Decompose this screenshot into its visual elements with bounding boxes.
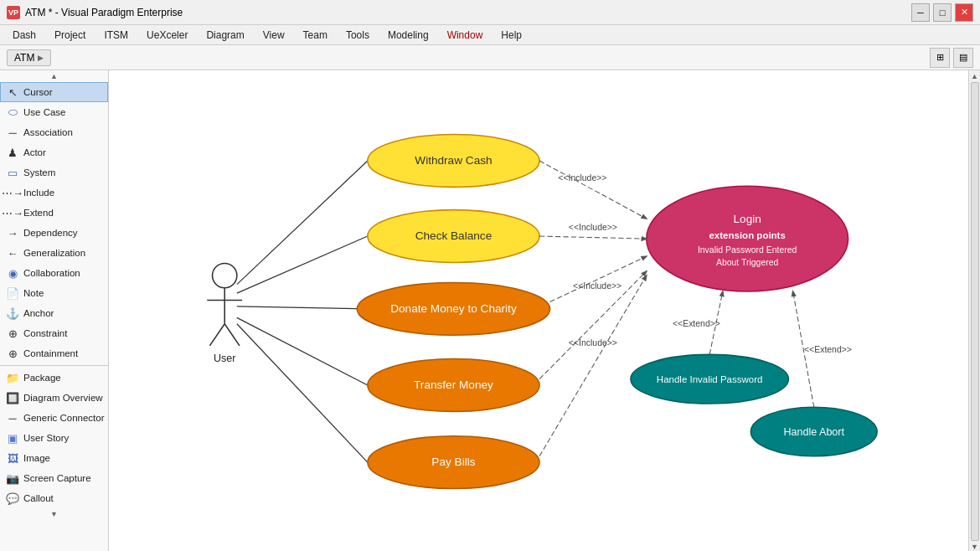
maximize-button[interactable]: □ [933, 3, 952, 22]
check-balance-label: Check Balance [415, 229, 493, 242]
sidebar-item-label-collaboration: Collaboration [23, 268, 80, 278]
svg-line-3 [209, 324, 224, 346]
login-label: Login [734, 213, 761, 225]
svg-line-19 [539, 236, 647, 239]
screen-capture-icon: 📷 [6, 471, 19, 485]
menu-item-window[interactable]: Window [438, 27, 493, 44]
sidebar-item-package[interactable]: 📁Package [0, 368, 108, 388]
sidebar-item-label-diagram-overview: Diagram Overview [23, 393, 103, 403]
menu-item-modeling[interactable]: Modeling [379, 27, 438, 44]
sidebar-item-association[interactable]: ─Association [0, 122, 108, 142]
user-story-icon: ▣ [6, 431, 19, 445]
title-area: VP ATM * - Visual Paradigm Enterprise [7, 6, 183, 19]
sidebar-item-screen-capture[interactable]: 📷Screen Capture [0, 468, 108, 488]
svg-line-20 [550, 256, 647, 301]
sidebar-item-actor[interactable]: ♟Actor [0, 142, 108, 162]
sidebar-item-generalization[interactable]: ←Generalization [0, 243, 108, 263]
toolbar-right: ⊞ ▤ [930, 48, 973, 68]
association-icon: ─ [6, 126, 19, 139]
sidebar-item-diagram-overview[interactable]: 🔲Diagram Overview [0, 388, 108, 408]
sidebar-item-image[interactable]: 🖼Image [0, 448, 108, 468]
donate-money-label: Donate Money to Charity [390, 302, 517, 315]
transfer-money-label: Transfer Money [414, 378, 493, 391]
sidebar-item-label-generalization: Generalization [23, 248, 85, 258]
sidebar-scroll-down[interactable]: ▼ [0, 508, 108, 520]
include-icon: ⋯→ [6, 186, 19, 199]
sidebar: ▲ ↖Cursor⬭Use Case─Association♟Actor▭Sys… [0, 70, 109, 551]
sidebar-item-constraint[interactable]: ⊕Constraint [0, 323, 108, 343]
svg-line-22 [539, 276, 647, 456]
sidebar-item-label-note: Note [23, 288, 44, 298]
sidebar-item-extend[interactable]: ⋯→Extend [0, 203, 108, 223]
sidebar-item-label-image: Image [23, 453, 50, 463]
sidebar-item-label-system: System [23, 167, 55, 178]
pay-bills-label: Pay Bills [431, 456, 475, 468]
menu-item-uexceler[interactable]: UeXceler [137, 27, 197, 44]
svg-line-18 [539, 161, 647, 219]
svg-line-4 [224, 324, 240, 346]
extend2-label: <<Extend>> [804, 345, 852, 354]
handle-abort-label: Handle Abort [783, 426, 844, 438]
sidebar-item-generic-connector[interactable]: ─Generic Connector [0, 408, 108, 428]
cursor-icon: ↖ [6, 85, 19, 99]
main-area: ▲ ↖Cursor⬭Use Case─Association♟Actor▭Sys… [0, 70, 980, 551]
generic-connector-icon: ─ [6, 411, 19, 425]
include2-label: <<Include>> [569, 223, 617, 232]
menubar: DashProjectITSMUeXcelerDiagramViewTeamTo… [0, 25, 980, 45]
minimize-button[interactable]: ─ [911, 3, 930, 22]
generalization-icon: ← [6, 246, 19, 260]
sidebar-item-system[interactable]: ▭System [0, 162, 108, 183]
sidebar-item-user-story[interactable]: ▣User Story [0, 428, 108, 448]
menu-item-itsm[interactable]: ITSM [95, 27, 137, 44]
sidebar-item-collaboration[interactable]: ◉Collaboration [0, 263, 108, 283]
sidebar-item-dependency[interactable]: →Dependency [0, 223, 108, 243]
menu-item-team[interactable]: Team [294, 27, 337, 44]
callout-icon: 💬 [6, 492, 19, 505]
toolbar-icon1[interactable]: ⊞ [930, 48, 950, 68]
svg-line-8 [237, 317, 368, 385]
sidebar-item-anchor[interactable]: ⚓Anchor [0, 303, 108, 323]
menu-item-dash[interactable]: Dash [3, 27, 45, 44]
sidebar-item-cursor[interactable]: ↖Cursor [0, 82, 108, 102]
sidebar-item-label-generic-connector: Generic Connector [23, 413, 105, 423]
menu-item-tools[interactable]: Tools [337, 27, 379, 44]
toolbar-icon2[interactable]: ▤ [953, 48, 973, 68]
title-text: ATM * - Visual Paradigm Enterprise [25, 7, 183, 18]
close-button[interactable]: ✕ [955, 3, 973, 22]
right-scrollbar[interactable]: ▲ ▼ [968, 70, 980, 551]
svg-point-0 [213, 263, 237, 287]
menu-item-view[interactable]: View [254, 27, 294, 44]
include4-label: <<Include>> [569, 338, 617, 348]
sidebar-separator-1 [0, 365, 108, 366]
menu-item-project[interactable]: Project [45, 27, 95, 44]
sidebar-item-label-package: Package [23, 373, 61, 383]
sidebar-item-label-constraint: Constraint [23, 328, 67, 338]
sidebar-item-label-callout: Callout [23, 493, 54, 503]
sidebar-scroll-up[interactable]: ▲ [0, 70, 108, 82]
sidebar-item-include[interactable]: ⋯→Include [0, 183, 108, 203]
menu-item-diagram[interactable]: Diagram [197, 27, 253, 44]
app-icon: VP [7, 6, 20, 19]
svg-line-5 [237, 161, 368, 285]
sidebar-item-callout[interactable]: 💬Callout [0, 488, 108, 508]
sidebar-item-label-anchor: Anchor [23, 308, 54, 318]
titlebar: VP ATM * - Visual Paradigm Enterprise ─ … [0, 0, 980, 25]
sidebar-item-label-cursor: Cursor [23, 87, 53, 97]
sidebar-item-label-extend: Extend [23, 208, 54, 218]
sidebar-item-label-dependency: Dependency [23, 228, 78, 238]
extend-icon: ⋯→ [6, 206, 19, 219]
sidebar-item-note[interactable]: 📄Note [0, 283, 108, 303]
actor-icon: ♟ [6, 146, 19, 159]
toolbar: ATM ⊞ ▤ [0, 45, 980, 70]
window-buttons: ─ □ ✕ [911, 3, 973, 22]
include1-label: <<Include>> [558, 173, 606, 183]
sidebar-item-use-case[interactable]: ⬭Use Case [0, 102, 108, 122]
sidebar-item-containment[interactable]: ⊕Containment [0, 343, 108, 363]
handle-invalid-label: Handle Invalid Password [657, 374, 763, 384]
diagram-canvas: User Withdraw Cash Check Balance Donate … [109, 70, 968, 551]
menu-item-help[interactable]: Help [492, 27, 531, 44]
extend1-label: <<Extend>> [673, 319, 720, 328]
breadcrumb-atm[interactable]: ATM [7, 49, 51, 66]
svg-line-6 [237, 236, 368, 293]
containment-icon: ⊕ [6, 347, 19, 360]
